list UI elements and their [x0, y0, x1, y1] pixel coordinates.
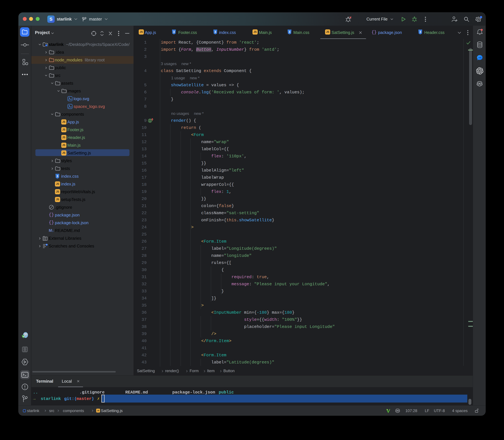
svg-text:3: 3 — [173, 30, 175, 34]
svg-text:3: 3 — [289, 30, 290, 34]
svg-text:3: 3 — [419, 30, 421, 34]
svg-text:3: 3 — [57, 175, 58, 178]
svg-text:3: 3 — [215, 30, 216, 34]
